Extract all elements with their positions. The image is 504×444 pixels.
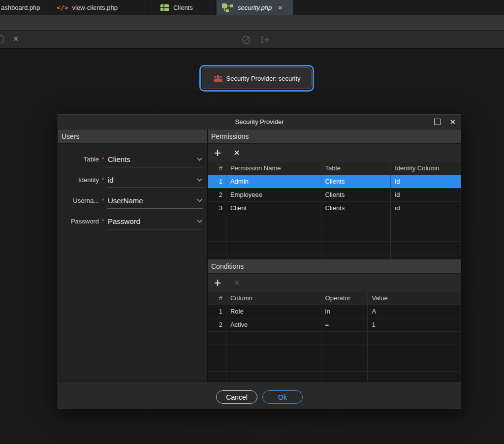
table-cell — [208, 215, 226, 228]
table-cell[interactable]: 2 — [208, 189, 226, 201]
field-label: Userna... — [58, 197, 99, 209]
table-cell — [321, 215, 391, 228]
table-cell: Permission Name — [226, 162, 321, 175]
table-cell — [208, 332, 226, 345]
table-cell[interactable]: id — [391, 189, 461, 201]
table-cell — [321, 332, 368, 345]
table-cell — [208, 345, 226, 358]
table-row — [208, 242, 461, 255]
delete-permission-button[interactable]: ✕ — [232, 148, 241, 158]
table-cell[interactable]: = — [321, 318, 368, 331]
table-cell[interactable]: Clients — [321, 189, 391, 201]
table-cell: Column — [226, 292, 321, 305]
conditions-grid[interactable]: #ColumnOperatorValue1RoleinA2Active=1 — [208, 292, 461, 382]
table-cell — [226, 255, 321, 259]
block-icon[interactable] — [241, 35, 251, 47]
conditions-toolbar: + ✕ — [208, 274, 461, 292]
add-condition-button[interactable]: + — [213, 277, 222, 289]
table-cell[interactable]: A — [368, 305, 461, 318]
table-cell — [321, 228, 391, 241]
table-cell — [368, 372, 461, 382]
table-row — [208, 228, 461, 242]
table-cell[interactable]: id — [391, 175, 461, 188]
tab-security-php-active[interactable]: security.php ✕ — [217, 0, 293, 15]
permissions-panel: Permissions + ✕ #Permission NameTableIde… — [207, 129, 461, 382]
design-canvas[interactable]: Security Provider: security Security Pro… — [0, 49, 504, 444]
table-cell — [226, 358, 321, 371]
delete-tool-icon[interactable]: ✕ — [13, 34, 19, 43]
table-row: #ColumnOperatorValue — [208, 292, 461, 305]
table-cell: Identity Column — [391, 162, 461, 175]
table-row[interactable]: 2Active=1 — [208, 318, 461, 332]
table-cell[interactable]: 3 — [208, 202, 226, 215]
sitemap-icon — [221, 3, 234, 13]
table-cell[interactable]: Active — [226, 318, 321, 331]
table-cell — [208, 255, 226, 259]
table-cell: Operator — [321, 292, 368, 305]
tab-dashboard-php[interactable]: ashboard.php — [0, 0, 49, 15]
table-row[interactable]: 1AdminClientsid — [208, 175, 461, 189]
security-provider-node[interactable]: Security Provider: security — [199, 65, 314, 92]
clipped-tool-icon[interactable] — [0, 35, 3, 43]
table-cell[interactable]: Admin — [226, 175, 321, 188]
maximize-icon[interactable] — [434, 119, 441, 125]
table-cell[interactable]: 2 — [208, 318, 226, 331]
required-marker: * — [99, 218, 107, 229]
username-combobox[interactable]: UserName — [107, 196, 203, 209]
permissions-panel-header: Permissions — [208, 129, 461, 144]
export-icon[interactable] — [260, 35, 271, 47]
table-field: Table * Clients — [58, 147, 207, 167]
table-cell[interactable]: Client — [226, 202, 321, 215]
identity-combobox[interactable]: id — [107, 176, 203, 188]
tab-label: view-clients.php — [72, 4, 118, 11]
permissions-grid[interactable]: #Permission NameTableIdentity Column1Adm… — [208, 162, 461, 259]
table-cell — [391, 215, 461, 228]
diagram-toolbar: ✕ — [0, 31, 504, 49]
table-cell[interactable]: Role — [226, 305, 321, 318]
table-cell[interactable]: in — [321, 305, 368, 318]
tab-view-clients-php[interactable]: </> view-clients.php — [49, 0, 149, 15]
table-cell — [368, 358, 461, 371]
table-cell — [208, 372, 226, 382]
tab-label: security.php — [238, 4, 272, 11]
table-cell[interactable]: 1 — [208, 305, 226, 318]
field-label: Password — [58, 218, 99, 229]
password-field: Password * Password — [58, 209, 207, 229]
dialog-close-icon[interactable]: ✕ — [449, 118, 456, 126]
dialog-titlebar[interactable]: Security Provider ✕ — [58, 115, 461, 129]
table-row[interactable]: 1RoleinA — [208, 305, 461, 318]
table-cell — [321, 255, 391, 259]
table-cell — [391, 228, 461, 241]
table-cell[interactable]: Clients — [321, 175, 391, 188]
table-cell — [321, 372, 368, 382]
secondary-bar — [0, 15, 504, 31]
table-row[interactable]: 3ClientClientsid — [208, 202, 461, 215]
password-combobox[interactable]: Password — [107, 217, 203, 229]
table-cell[interactable]: Clients — [321, 202, 391, 215]
tab-close-icon[interactable]: ✕ — [278, 4, 283, 11]
users-panel-header: Users — [58, 129, 207, 144]
table-cell[interactable]: 1 — [208, 175, 226, 188]
table-cell — [226, 215, 321, 228]
chevron-down-icon — [197, 195, 202, 204]
table-row[interactable]: 2EmployeeeClientsid — [208, 189, 461, 202]
permissions-toolbar: + ✕ — [208, 144, 461, 162]
table-cell — [208, 358, 226, 371]
cancel-button[interactable]: Cancel — [216, 390, 257, 404]
table-cell: Value — [368, 292, 461, 305]
tab-label: Clients — [173, 4, 193, 11]
table-row — [208, 332, 461, 345]
table-combobox[interactable]: Clients — [107, 155, 203, 167]
ok-button[interactable]: Ok — [262, 390, 303, 404]
table-cell — [226, 242, 321, 254]
editor-tab-bar: ashboard.php </> view-clients.php Client… — [0, 0, 504, 15]
tab-clients[interactable]: Clients — [149, 0, 215, 15]
table-cell[interactable]: id — [391, 202, 461, 215]
table-row — [208, 345, 461, 358]
add-permission-button[interactable]: + — [213, 147, 222, 159]
table-cell: # — [208, 162, 226, 175]
chevron-down-icon — [197, 175, 202, 183]
table-cell[interactable]: Employeee — [226, 189, 321, 201]
table-cell[interactable]: 1 — [368, 318, 461, 331]
users-panel: Users Table * Clients Iden — [58, 129, 207, 382]
